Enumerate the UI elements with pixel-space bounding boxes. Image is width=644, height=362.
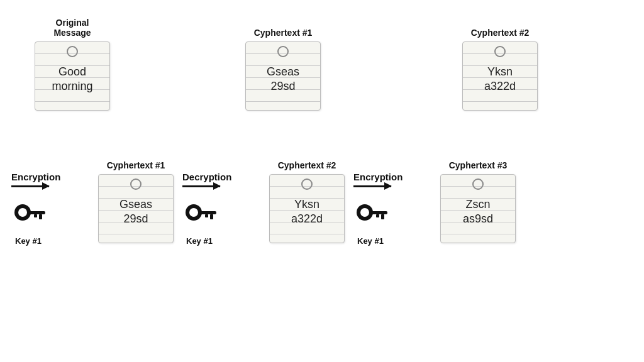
encryption2-arrow xyxy=(353,185,391,187)
key3-label: Key #1 xyxy=(357,236,384,246)
cyphertext1-top-card: Gseas29sd xyxy=(245,41,321,111)
svg-rect-3 xyxy=(39,214,42,219)
original-message-card: Goodmorning xyxy=(35,41,110,111)
key1-icon xyxy=(11,201,49,234)
cyphertext1-bot-col: Cyphertext #1 Gseas29sd xyxy=(98,160,174,243)
svg-rect-8 xyxy=(210,214,213,219)
svg-rect-9 xyxy=(205,214,208,217)
encryption1-arrow xyxy=(11,185,49,187)
svg-rect-13 xyxy=(381,214,384,219)
cyphertext2-bot-text: Yksna322d xyxy=(291,197,323,227)
decryption-arrow xyxy=(182,185,220,187)
svg-point-11 xyxy=(360,208,369,217)
key1-label: Key #1 xyxy=(15,236,42,246)
key2-label: Key #1 xyxy=(186,236,213,246)
svg-rect-12 xyxy=(371,211,387,214)
svg-rect-7 xyxy=(200,211,216,214)
cyphertext1-bot-text: Gseas29sd xyxy=(119,197,152,227)
cyphertext3-text: Zscnas9sd xyxy=(463,197,493,227)
cyphertext2-bot-card: Yksna322d xyxy=(269,174,345,243)
cyphertext2-bot-col: Cyphertext #2 Yksna322d xyxy=(269,160,345,243)
cyphertext3-card: Zscnas9sd xyxy=(440,174,516,243)
cyphertext3-label: Cyphertext #3 xyxy=(449,160,508,170)
svg-rect-2 xyxy=(29,211,45,214)
original-message-col: OriginalMessage Goodmorning xyxy=(35,18,110,111)
key2-icon xyxy=(182,201,220,234)
cyphertext1-bot-label: Cyphertext #1 xyxy=(107,160,165,170)
decryption-label: Decryption xyxy=(182,172,231,182)
diagram: OriginalMessage Goodmorning Cyphertext #… xyxy=(0,0,644,362)
svg-rect-14 xyxy=(376,214,379,217)
cyphertext2-bot-label: Cyphertext #2 xyxy=(278,160,336,170)
cyphertext2-top-col: Cyphertext #2 Yksna322d xyxy=(462,28,538,111)
encryption2-label: Encryption xyxy=(353,172,402,182)
encryption1-label: Encryption xyxy=(11,172,60,182)
key3-icon xyxy=(353,201,391,234)
cyphertext1-top-text: Gseas29sd xyxy=(267,65,299,94)
cyphertext1-top-label: Cyphertext #1 xyxy=(254,28,313,38)
cyphertext2-top-label: Cyphertext #2 xyxy=(471,28,530,38)
cyphertext2-top-text: Yksna322d xyxy=(484,65,516,94)
svg-rect-4 xyxy=(34,214,37,217)
cyphertext3-col: Cyphertext #3 Zscnas9sd xyxy=(440,160,516,243)
svg-point-1 xyxy=(18,208,27,217)
cyphertext1-bot-card: Gseas29sd xyxy=(98,174,174,243)
original-message-text: Goodmorning xyxy=(52,65,92,94)
svg-point-6 xyxy=(189,208,198,217)
cyphertext1-top-col: Cyphertext #1 Gseas29sd xyxy=(245,28,321,111)
cyphertext2-top-card: Yksna322d xyxy=(462,41,538,111)
original-message-label: OriginalMessage xyxy=(53,18,91,38)
